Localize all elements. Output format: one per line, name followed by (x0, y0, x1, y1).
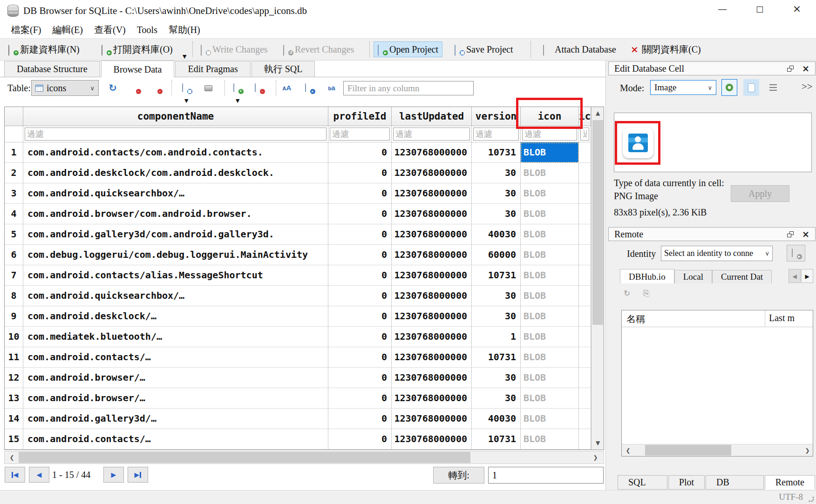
cell-profileId[interactable]: 0 (328, 265, 392, 286)
cell-lastUpdated[interactable]: 1230768000000 (392, 327, 472, 347)
cell-lastUpdated[interactable]: 1230768000000 (392, 347, 472, 368)
table-select[interactable]: icons ∨ (31, 80, 99, 96)
cell-profileId[interactable]: 0 (328, 388, 392, 409)
row-number[interactable]: 9 (5, 306, 23, 327)
row-number[interactable]: 10 (5, 327, 23, 347)
row-number[interactable]: 15 (5, 429, 23, 450)
cell-ic-partial[interactable] (579, 142, 591, 163)
dock-tab-DB Schema[interactable]: DB Schema (706, 475, 764, 490)
cell-version[interactable]: 10731 (472, 347, 521, 368)
row-number[interactable]: 13 (5, 388, 23, 409)
cell-componentName[interactable]: com.android.gallery3d/com.android.galler… (23, 224, 328, 245)
write-changes-button[interactable]: ▦ Write Changes (197, 41, 272, 57)
word-wrap-button[interactable] (765, 79, 781, 96)
cell-ic-partial[interactable] (579, 163, 591, 183)
cell-version[interactable]: 30 (472, 368, 521, 388)
filter-input-profileId[interactable] (330, 128, 390, 141)
column-header-lastUpdated[interactable]: lastUpdated (392, 107, 472, 126)
cell-componentName[interactable]: com.android.contacts/… (23, 347, 328, 368)
tab-Browse Data[interactable]: Browse Data (101, 60, 175, 77)
tabs-scroll-left-icon[interactable]: ◀ (789, 269, 801, 283)
cell-lastUpdated[interactable]: 1230768000000 (392, 286, 472, 306)
filter-input-componentName[interactable] (25, 128, 326, 141)
row-number[interactable]: 8 (5, 286, 23, 306)
cell-ic-partial[interactable] (579, 265, 591, 286)
cell-componentName[interactable]: com.android.browser/… (23, 388, 328, 409)
cell-icon-blob[interactable]: BLOB (521, 204, 579, 224)
cell-version[interactable]: 40030 (472, 409, 521, 429)
toolbar-overflow-icon[interactable]: >> (802, 81, 813, 93)
horizontal-scrollbar[interactable]: ❮ ❯ (4, 451, 604, 464)
text-mode-button[interactable] (743, 79, 759, 96)
cell-lastUpdated[interactable]: 1230768000000 (392, 204, 472, 224)
cell-lastUpdated[interactable]: 1230768000000 (392, 409, 472, 429)
column-header-icon[interactable]: icon (521, 107, 579, 126)
cell-profileId[interactable]: 0 (328, 306, 392, 327)
cell-profileId[interactable]: 0 (328, 429, 392, 450)
scroll-left-icon[interactable]: ❮ (6, 451, 18, 464)
row-number[interactable]: 1 (5, 142, 23, 163)
clear-sort-button[interactable]: - (148, 80, 165, 96)
minimize-button[interactable]: — (712, 2, 733, 17)
cell-icon-blob[interactable]: BLOB (521, 265, 579, 286)
open-project-button[interactable]: ▸ Open Project (374, 41, 442, 57)
open-database-dropdown-icon[interactable]: ▼ (183, 54, 186, 60)
cell-componentName[interactable]: com.android.contacts/… (23, 429, 328, 450)
cell-version[interactable]: 30 (472, 204, 521, 224)
cell-version[interactable]: 10731 (472, 265, 521, 286)
attach-database-button[interactable]: Attach Database (539, 41, 620, 57)
row-number[interactable]: 7 (5, 265, 23, 286)
font-size-button[interactable]: AA (279, 80, 295, 96)
column-header-componentName[interactable]: componentName (23, 107, 328, 126)
cell-lastUpdated[interactable]: 1230768000000 (392, 306, 472, 327)
remote-scroll-thumb[interactable] (645, 445, 731, 456)
cell-icon-blob[interactable]: BLOB (521, 409, 579, 429)
cell-lastUpdated[interactable]: 1230768000000 (392, 183, 472, 204)
vertical-scroll-thumb[interactable] (592, 120, 603, 325)
column-header-ic[interactable]: ic (579, 107, 591, 126)
insert-record-button[interactable]: + (229, 80, 246, 96)
cell-componentName[interactable]: com.mediatek.bluetooth/… (23, 327, 328, 347)
cell-profileId[interactable]: 0 (328, 347, 392, 368)
cell-componentName[interactable]: com.android.quicksearchbox/… (23, 286, 328, 306)
row-number[interactable]: 5 (5, 224, 23, 245)
cell-lastUpdated[interactable]: 1230768000000 (392, 429, 472, 450)
menu-item[interactable]: Tools (131, 24, 163, 36)
filter-input-ic[interactable] (580, 128, 589, 141)
cell-icon-blob[interactable]: BLOB (521, 327, 579, 347)
cell-version[interactable]: 60000 (472, 245, 521, 265)
maximize-button[interactable]: □ (749, 2, 770, 17)
cell-ic-partial[interactable] (579, 224, 591, 245)
remote-tab-Current Dat[interactable]: Current Dat (712, 270, 772, 283)
cell-ic-partial[interactable] (579, 409, 591, 429)
cell-ic-partial[interactable] (579, 245, 591, 265)
cell-lastUpdated[interactable]: 1230768000000 (392, 224, 472, 245)
cell-version[interactable]: 30 (472, 163, 521, 183)
import-data-button[interactable] (721, 79, 737, 96)
cell-componentName[interactable]: com.android.contacts/com.android.contact… (23, 142, 328, 163)
cell-ic-partial[interactable] (579, 429, 591, 450)
row-number[interactable]: 6 (5, 245, 23, 265)
condition-format-button[interactable]: ba (323, 80, 340, 96)
insert-record-dropdown-icon[interactable]: ▼ (236, 98, 239, 104)
cell-profileId[interactable]: 0 (328, 368, 392, 388)
cell-ic-partial[interactable] (579, 347, 591, 368)
menu-item[interactable]: 編輯(E) (47, 23, 88, 37)
clone-database-icon[interactable]: ⎘ (643, 289, 650, 297)
cell-componentName[interactable]: com.android.quicksearchbox/… (23, 183, 328, 204)
cell-version[interactable]: 30 (472, 388, 521, 409)
remote-list-scrollbar[interactable]: ❮ ❯ (622, 444, 813, 456)
cell-version[interactable]: 30 (472, 183, 521, 204)
cell-ic-partial[interactable] (579, 368, 591, 388)
encoding-label[interactable]: UTF-8 (779, 492, 803, 502)
identity-select[interactable]: Select an identity to conne ∨ (661, 246, 773, 261)
close-button[interactable]: × (786, 2, 808, 17)
save-table-dropdown-icon[interactable]: ▼ (184, 98, 188, 104)
mode-select[interactable]: Image ∨ (650, 80, 716, 95)
cell-icon-blob[interactable]: BLOB (521, 347, 579, 368)
filter-input-icon[interactable] (522, 128, 577, 141)
save-project-button[interactable]: ▦ Save Project (451, 41, 517, 57)
cell-profileId[interactable]: 0 (328, 245, 392, 265)
row-number[interactable]: 12 (5, 368, 23, 388)
tab-Database Structure[interactable]: Database Structure (4, 61, 100, 77)
